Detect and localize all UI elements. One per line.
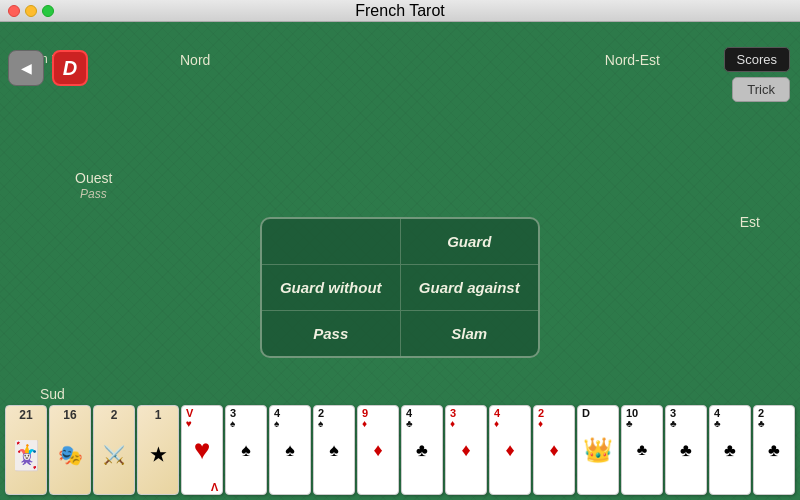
card-4-clubs-2[interactable]: 4 ♣ ♣	[709, 405, 751, 495]
scores-button[interactable]: Scores	[724, 47, 790, 72]
card-2-spades[interactable]: 2 ♠ ♠	[313, 405, 355, 495]
player-nord-est-label: Nord-Est	[605, 52, 660, 68]
card-10-clubs[interactable]: 10 ♣ ♣	[621, 405, 663, 495]
bid-dialog: Guard Guard without Guard against Pass S…	[260, 217, 540, 358]
card-3-clubs[interactable]: 3 ♣ ♣	[665, 405, 707, 495]
bid-cell-empty	[262, 219, 401, 264]
bid-row-3: Pass Slam	[262, 311, 538, 356]
maximize-button[interactable]	[42, 5, 54, 17]
title-bar: French Tarot	[0, 0, 800, 22]
card-trump-2[interactable]: 2 ⚔️	[93, 405, 135, 495]
bid-guard-against-button[interactable]: Guard against	[401, 265, 539, 310]
card-2-diamonds[interactable]: 2 ♦ ♦	[533, 405, 575, 495]
card-trump-1[interactable]: 1 ★	[137, 405, 179, 495]
player-ouest-label: Ouest	[75, 170, 112, 186]
card-trump-21[interactable]: 21 🃏	[5, 405, 47, 495]
bid-pass-button[interactable]: Pass	[262, 311, 401, 356]
cards-area: 21 🃏 16 🎭 2 ⚔️ 1 ★ V ♥ ♥ V 3 ♠ ♠	[0, 400, 800, 500]
card-3-spades[interactable]: 3 ♠ ♠	[225, 405, 267, 495]
bid-slam-button[interactable]: Slam	[401, 311, 539, 356]
bid-guard-without-button[interactable]: Guard without	[262, 265, 401, 310]
card-4-diamonds[interactable]: 4 ♦ ♦	[489, 405, 531, 495]
card-v-hearts[interactable]: V ♥ ♥ V	[181, 405, 223, 495]
minimize-button[interactable]	[25, 5, 37, 17]
game-area: nº 1 on 15 D Scores Trick Nord Nord-Est …	[0, 22, 800, 500]
back-button[interactable]	[8, 50, 44, 86]
card-9-diamonds[interactable]: 9 ♦ ♦	[357, 405, 399, 495]
bid-row-1: Guard	[262, 219, 538, 265]
player-ouest-status: Pass	[80, 187, 107, 201]
player-nord-label: Nord	[180, 52, 210, 68]
card-3-diamonds[interactable]: 3 ♦ ♦	[445, 405, 487, 495]
card-4-clubs[interactable]: 4 ♣ ♣	[401, 405, 443, 495]
card-2-clubs[interactable]: 2 ♣ ♣	[753, 405, 795, 495]
card-trump-16[interactable]: 16 🎭	[49, 405, 91, 495]
window-title: French Tarot	[355, 2, 445, 20]
trick-button[interactable]: Trick	[732, 77, 790, 102]
traffic-lights	[8, 5, 54, 17]
bid-guard-button[interactable]: Guard	[401, 219, 539, 264]
player-est-label: Est	[740, 214, 760, 230]
close-button[interactable]	[8, 5, 20, 17]
dealer-icon: D	[52, 50, 88, 86]
card-4-spades[interactable]: 4 ♠ ♠	[269, 405, 311, 495]
card-queen[interactable]: D 👑	[577, 405, 619, 495]
bid-row-2: Guard without Guard against	[262, 265, 538, 311]
